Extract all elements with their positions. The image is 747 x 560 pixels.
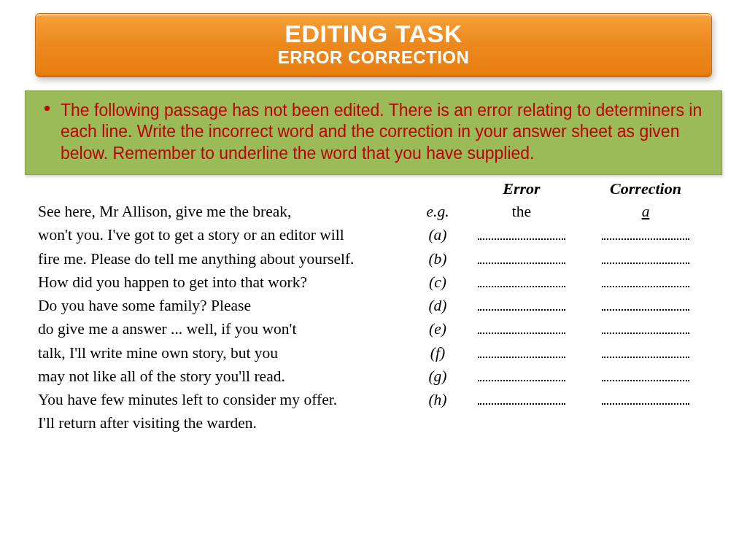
correction-cell	[584, 365, 708, 388]
instruction-box: The following passage has not been edite…	[25, 90, 722, 175]
passage-line: may not like all of the story you'll rea…	[38, 365, 416, 388]
worksheet-row: You have few minutes left to consider my…	[38, 388, 708, 411]
passage-line: How did you happen to get into that work…	[38, 271, 416, 294]
correction-cell: a	[584, 200, 708, 223]
bullet-icon	[44, 106, 50, 111]
blank-line	[602, 302, 689, 311]
row-label: e.g.	[416, 200, 460, 223]
title-sub: ERROR CORRECTION	[36, 47, 711, 68]
correction-cell	[584, 223, 708, 246]
title-bar: EDITING TASK ERROR CORRECTION	[35, 13, 712, 77]
passage-line: You have few minutes left to consider my…	[38, 388, 416, 411]
error-cell: the	[460, 200, 584, 223]
blank-line	[478, 396, 565, 405]
correction-cell	[584, 317, 708, 341]
blank-line	[602, 396, 689, 405]
row-label: (d)	[416, 294, 460, 317]
worksheet-row: See here, Mr Allison, give me the break,…	[38, 200, 708, 223]
worksheet-row: I'll return after visiting the warden.	[38, 411, 708, 435]
worksheet-row: How did you happen to get into that work…	[38, 271, 708, 294]
worksheet-row: fire me. Please do tell me anything abou…	[38, 247, 708, 271]
blank-line	[478, 373, 565, 381]
row-label: (f)	[416, 341, 460, 365]
row-label: (b)	[416, 247, 460, 271]
blank-line	[478, 279, 565, 287]
slide: EDITING TASK ERROR CORRECTION The follow…	[0, 0, 747, 560]
error-cell	[460, 317, 584, 341]
row-label: (e)	[416, 317, 460, 341]
row-label: (g)	[416, 365, 460, 388]
worksheet-row: talk, I'll write mine own story, but you…	[38, 341, 708, 365]
error-cell	[460, 294, 584, 317]
passage-line: Do you have some family? Please	[38, 294, 416, 317]
worksheet-body: See here, Mr Allison, give me the break,…	[38, 200, 708, 435]
blank-line	[602, 255, 689, 264]
instruction-text: The following passage has not been edite…	[61, 100, 707, 164]
passage-line: fire me. Please do tell me anything abou…	[38, 247, 416, 271]
blank-line	[602, 349, 689, 358]
correction-cell	[584, 247, 708, 271]
error-cell	[460, 365, 584, 388]
col-error: Error	[460, 179, 584, 198]
row-label: (h)	[416, 388, 460, 411]
passage-line: won't you. I've got to get a story or an…	[38, 223, 416, 246]
error-cell	[460, 223, 584, 246]
worksheet-row: won't you. I've got to get a story or an…	[38, 223, 708, 246]
blank-line	[602, 325, 689, 334]
error-cell	[460, 271, 584, 294]
blank-line	[478, 231, 565, 240]
blank-line	[478, 302, 565, 311]
blank-line	[602, 373, 689, 381]
worksheet-row: Do you have some family? Please(d)	[38, 294, 708, 317]
blank-line	[478, 255, 565, 264]
passage-line: talk, I'll write mine own story, but you	[38, 341, 416, 365]
error-cell	[460, 341, 584, 365]
correction-cell	[584, 271, 708, 294]
correction-cell	[584, 341, 708, 365]
row-label: (c)	[416, 271, 460, 294]
worksheet: Error Correction See here, Mr Allison, g…	[26, 175, 721, 443]
passage-line: I'll return after visiting the warden.	[38, 411, 416, 435]
blank-line	[478, 325, 565, 334]
title-main: EDITING TASK	[36, 21, 711, 47]
worksheet-row: may not like all of the story you'll rea…	[38, 365, 708, 388]
passage-line: See here, Mr Allison, give me the break,	[38, 200, 416, 223]
correction-cell	[584, 388, 708, 411]
col-correction: Correction	[584, 179, 708, 198]
worksheet-header: Error Correction	[38, 179, 708, 198]
passage-line: do give me a answer ... well, if you won…	[38, 317, 416, 341]
blank-line	[602, 279, 689, 287]
example-correction: a	[642, 203, 650, 220]
blank-line	[478, 349, 565, 358]
row-label: (a)	[416, 223, 460, 246]
worksheet-row: do give me a answer ... well, if you won…	[38, 317, 708, 341]
error-cell	[460, 388, 584, 411]
error-cell	[460, 247, 584, 271]
blank-line	[602, 231, 689, 240]
correction-cell	[584, 294, 708, 317]
